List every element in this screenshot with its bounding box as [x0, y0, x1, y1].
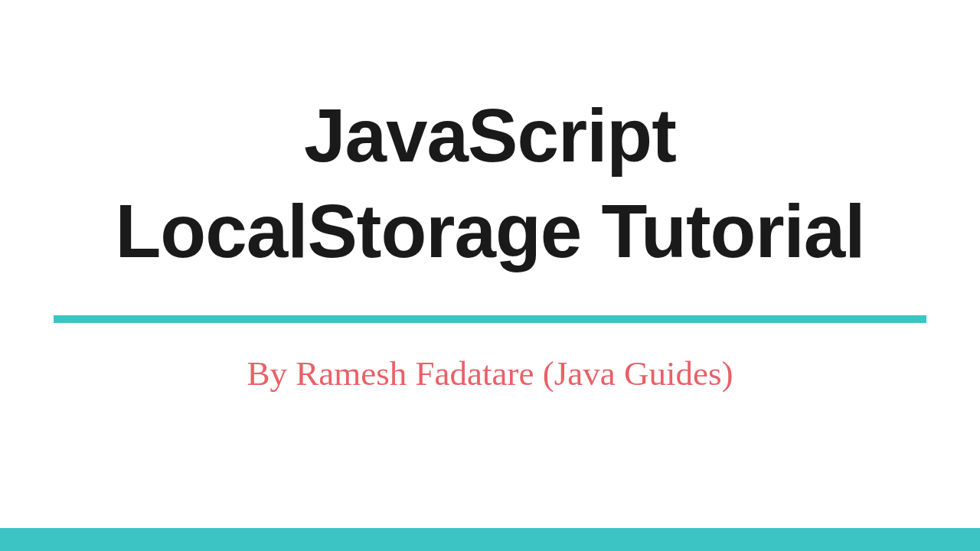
slide-title: JavaScript LocalStorage Tutorial	[115, 88, 864, 280]
slide-subtitle: By Ramesh Fadatare (Java Guides)	[247, 354, 733, 393]
divider-bar	[54, 315, 926, 323]
title-line-1: JavaScript	[304, 93, 676, 178]
title-line-2: LocalStorage Tutorial	[115, 189, 864, 273]
slide-container: JavaScript LocalStorage Tutorial By Rame…	[0, 0, 980, 551]
bottom-accent-bar	[0, 528, 980, 551]
